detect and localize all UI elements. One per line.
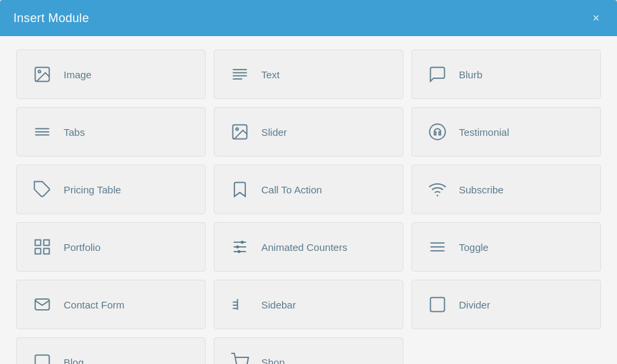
module-btn-sidebar[interactable]: Sidebar xyxy=(214,280,403,329)
module-label-divider: Divider xyxy=(459,299,490,310)
module-label-testimonial: Testimonial xyxy=(459,126,509,138)
module-btn-subscribe[interactable]: Subscribe xyxy=(411,165,601,214)
module-btn-pricing-table[interactable]: Pricing Table xyxy=(16,165,206,214)
text-icon xyxy=(228,62,252,86)
svg-point-21 xyxy=(236,246,239,249)
toggle-icon xyxy=(425,235,450,259)
module-label-shop: Shop xyxy=(261,357,285,365)
svg-rect-16 xyxy=(36,248,41,254)
modal-header: Insert Module × xyxy=(0,0,617,36)
modules-grid: ImageTextBlurbTabsSliderTestimonialPrici… xyxy=(16,50,601,364)
module-label-text: Text xyxy=(261,69,280,80)
module-btn-testimonial[interactable]: Testimonial xyxy=(411,107,601,157)
svg-point-10 xyxy=(236,128,238,130)
blurb-icon xyxy=(425,62,450,86)
module-label-portfolio: Portfolio xyxy=(64,242,100,253)
sidebar-icon xyxy=(228,292,252,316)
module-label-pricing-table: Pricing Table xyxy=(64,184,121,195)
module-btn-blog[interactable]: Blog xyxy=(16,337,206,364)
module-label-animated-counters: Animated Counters xyxy=(261,242,347,253)
module-label-slider: Slider xyxy=(261,126,287,138)
close-button[interactable]: × xyxy=(588,11,604,25)
call-to-action-icon xyxy=(228,177,252,201)
testimonial-icon xyxy=(425,120,450,144)
module-btn-shop[interactable]: Shop xyxy=(214,337,403,364)
slider-icon xyxy=(228,120,252,144)
module-btn-slider[interactable]: Slider xyxy=(214,107,403,157)
module-btn-animated-counters[interactable]: Animated Counters xyxy=(214,222,403,272)
module-btn-tabs[interactable]: Tabs xyxy=(16,107,206,157)
subscribe-icon xyxy=(425,177,450,201)
svg-point-11 xyxy=(429,124,445,139)
module-btn-toggle[interactable]: Toggle xyxy=(411,222,601,272)
module-btn-contact-form[interactable]: Contact Form xyxy=(16,280,206,329)
module-label-image: Image xyxy=(64,69,92,80)
module-label-blurb: Blurb xyxy=(459,69,482,80)
svg-rect-17 xyxy=(44,248,49,254)
module-btn-call-to-action[interactable]: Call To Action xyxy=(214,165,403,214)
module-btn-portfolio[interactable]: Portfolio xyxy=(16,222,206,272)
image-icon xyxy=(30,62,54,86)
module-btn-text[interactable]: Text xyxy=(214,50,403,99)
svg-point-23 xyxy=(238,250,241,254)
svg-rect-14 xyxy=(36,240,41,246)
modal-title: Insert Module xyxy=(13,11,89,25)
module-btn-blurb[interactable]: Blurb xyxy=(411,50,601,99)
animated-counters-icon xyxy=(228,235,252,259)
module-label-tabs: Tabs xyxy=(64,126,85,138)
svg-rect-32 xyxy=(431,298,445,312)
modal-body: ImageTextBlurbTabsSliderTestimonialPrici… xyxy=(0,36,617,364)
svg-point-13 xyxy=(437,195,438,196)
blog-icon xyxy=(30,350,54,364)
insert-module-modal: Insert Module × ImageTextBlurbTabsSlider… xyxy=(0,0,617,364)
module-label-contact-form: Contact Form xyxy=(64,299,125,310)
svg-rect-15 xyxy=(44,240,49,246)
svg-point-1 xyxy=(38,70,41,73)
tabs-icon xyxy=(30,120,54,144)
module-label-subscribe: Subscribe xyxy=(459,184,504,195)
module-label-sidebar: Sidebar xyxy=(261,299,296,310)
module-btn-image[interactable]: Image xyxy=(16,50,206,99)
contact-form-icon xyxy=(30,292,54,316)
shop-icon xyxy=(228,350,252,364)
module-label-toggle: Toggle xyxy=(459,242,488,253)
module-label-call-to-action: Call To Action xyxy=(261,184,322,195)
svg-rect-27 xyxy=(36,299,50,310)
divider-icon xyxy=(425,292,450,316)
module-label-blog: Blog xyxy=(64,357,84,365)
portfolio-icon xyxy=(30,235,54,259)
pricing-table-icon xyxy=(30,177,54,201)
module-btn-divider[interactable]: Divider xyxy=(411,280,601,329)
svg-point-22 xyxy=(241,241,244,244)
